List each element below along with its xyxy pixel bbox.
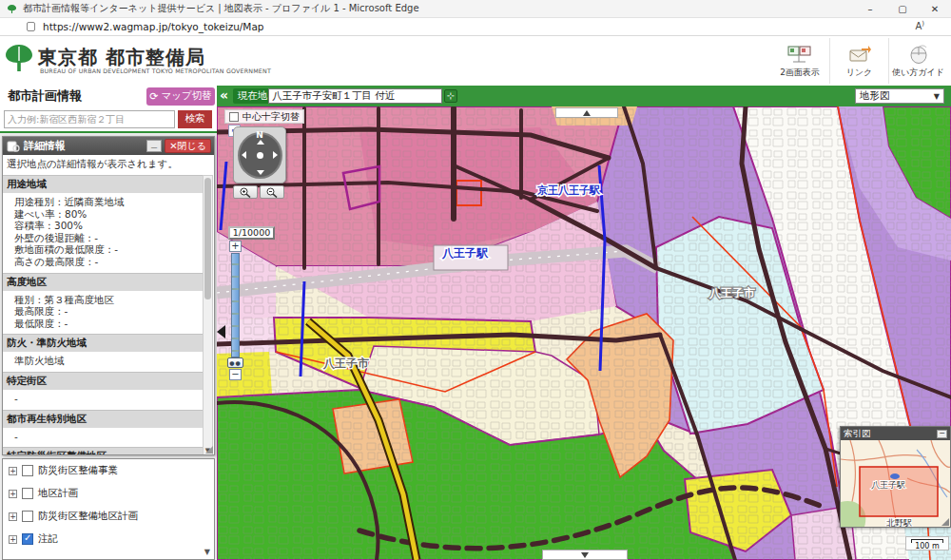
compass-north-label: N bbox=[234, 130, 285, 140]
dual-screen-button[interactable]: 2画面表示 bbox=[770, 38, 829, 84]
hachioji-city-label: 八王子市 bbox=[708, 286, 755, 299]
url-text[interactable]: https://www2.wagmap.jp/tokyo_tokeizu/Map bbox=[43, 21, 264, 32]
page-security-icon bbox=[27, 22, 35, 31]
minimize-panel-button[interactable]: ＿ bbox=[146, 140, 162, 152]
app-window: 都市計画情報等インターネット提供サービス | 地図表示 - プロファイル 1 -… bbox=[0, 0, 951, 560]
checkbox[interactable] bbox=[229, 112, 239, 122]
scroll-down-icon[interactable]: ▼ bbox=[204, 548, 210, 556]
detail-panel-body: 用途地域 用途種別：近隣商業地域 建ぺい率：80% 容積率：300% 外壁の後退… bbox=[3, 175, 214, 455]
mouse-guide-icon bbox=[908, 43, 929, 64]
collapse-bottom-bar[interactable] bbox=[542, 550, 628, 560]
window-minimize-button[interactable]: – bbox=[854, 0, 886, 18]
section-line: 最低限度：- bbox=[3, 318, 204, 330]
basemap-select[interactable]: 地形図▼ bbox=[855, 88, 944, 104]
browser-titlebar: 都市計画情報等インターネット提供サービス | 地図表示 - プロファイル 1 -… bbox=[0, 0, 951, 18]
index-map-header[interactable]: 索引図 − bbox=[841, 427, 950, 440]
checkbox[interactable] bbox=[22, 511, 33, 522]
link-label: リンク bbox=[846, 67, 873, 79]
pan-map-left-icon[interactable] bbox=[217, 325, 225, 338]
section-heading: 都市再生特別地区 bbox=[3, 410, 204, 428]
layer-tree-panel: + 防災街区整備事業 + 地区計画 + 防災街区整備地区計画 + 注記 ▼ bbox=[2, 458, 215, 560]
section-heading: 特定防災街区整備地区 bbox=[3, 447, 204, 455]
compass-control[interactable]: N bbox=[233, 126, 286, 183]
panel-resize-handle[interactable] bbox=[205, 446, 213, 454]
zoom-out-button[interactable]: − bbox=[229, 369, 242, 380]
window-close-button[interactable]: ✕ bbox=[919, 0, 951, 18]
section-line: 外壁の後退距離：- bbox=[3, 232, 204, 244]
section-line: - bbox=[3, 431, 204, 443]
section-line: 最高限度：- bbox=[3, 305, 204, 318]
zoom-in-button[interactable]: + bbox=[229, 241, 242, 252]
index-resize-handle[interactable] bbox=[941, 518, 949, 526]
section-line: 用途種別：近隣商業地域 bbox=[3, 196, 204, 208]
pan-left-icon[interactable] bbox=[242, 151, 246, 159]
center-cross-toggle[interactable]: 中心十字切替 bbox=[224, 109, 304, 124]
checkbox[interactable] bbox=[22, 465, 33, 476]
window-maximize-button[interactable]: ▢ bbox=[886, 0, 919, 18]
map-area[interactable]: 京王八王子駅 八王子駅 八王子市 八王子市 中心十字切替 ↖ N 1/ bbox=[217, 106, 951, 560]
document-icon bbox=[7, 141, 20, 152]
section-line: 容積率：300% bbox=[3, 220, 204, 232]
site-header: 東京都 都市整備局 BUREAU OF URBAN DEVELOPMENT TO… bbox=[0, 36, 951, 86]
index-extent-rect[interactable] bbox=[860, 467, 938, 516]
zoom-out-magnifier-button[interactable] bbox=[260, 185, 284, 199]
keio-hachioji-station-label: 京王八王子駅 bbox=[536, 184, 601, 197]
browser-urlbar[interactable]: https://www2.wagmap.jp/tokyo_tokeizu/Map bbox=[0, 18, 951, 36]
dual-screen-label: 2画面表示 bbox=[780, 67, 820, 79]
map-switch-button[interactable]: ⟳マップ切替 bbox=[146, 87, 215, 106]
index-station-label: 八王子駅 bbox=[871, 480, 905, 490]
tab-favicon-leaf-icon bbox=[7, 4, 17, 14]
section-heading: 防火・準防火地域 bbox=[3, 334, 204, 352]
detail-panel-title: 詳細情報 bbox=[24, 139, 146, 153]
center-target-icon[interactable]: ⊹ bbox=[444, 89, 457, 103]
tokyo-gov-logo-icon bbox=[5, 43, 33, 73]
pan-down-icon[interactable] bbox=[257, 170, 264, 175]
tree-item-bousai-chiku-keikaku[interactable]: + 防災街区整備地区計画 bbox=[3, 505, 214, 528]
detail-scrollbar[interactable]: ▼ bbox=[203, 175, 213, 455]
checkbox[interactable] bbox=[22, 488, 33, 499]
section-line: 高さの最高限度：- bbox=[3, 256, 204, 268]
section-line: 準防火地域 bbox=[3, 355, 204, 367]
compass-center-dot[interactable] bbox=[257, 152, 263, 159]
search-button[interactable]: 検索 bbox=[178, 110, 212, 128]
pan-up-icon[interactable] bbox=[257, 140, 264, 145]
link-button[interactable]: リンク bbox=[829, 38, 888, 84]
current-location-input[interactable] bbox=[268, 88, 442, 104]
usage-guide-button[interactable]: 使い方ガイド bbox=[888, 38, 947, 84]
checkbox[interactable] bbox=[22, 533, 33, 545]
current-location-label: 現在地 bbox=[233, 88, 273, 104]
site-title: 東京都 都市整備局 bbox=[38, 45, 205, 70]
expand-icon[interactable]: + bbox=[9, 490, 17, 498]
map-scalebar: 100 m bbox=[905, 536, 949, 550]
expand-icon[interactable]: + bbox=[9, 467, 17, 475]
zoom-slider-handle[interactable]: ●● bbox=[227, 357, 243, 368]
zoom-in-magnifier-button[interactable] bbox=[233, 185, 258, 199]
tree-item-bousai-jigyou[interactable]: + 防災街区整備事業 bbox=[3, 459, 214, 482]
read-aloud-icon[interactable]: A) bbox=[915, 20, 924, 31]
usage-guide-label: 使い方ガイド bbox=[892, 67, 944, 79]
hachioji-station-label: 八王子駅 bbox=[441, 246, 489, 260]
section-line: 建ぺい率：80% bbox=[3, 208, 204, 221]
zoom-slider-track[interactable] bbox=[231, 253, 240, 357]
address-search-row: 検索 bbox=[0, 106, 217, 133]
section-line: 敷地面積の最低限度：- bbox=[3, 243, 204, 256]
address-search-input[interactable] bbox=[4, 110, 175, 128]
tree-item-chuki[interactable]: + 注記 bbox=[3, 528, 214, 550]
expand-icon[interactable]: + bbox=[9, 535, 17, 544]
index-map-title: 索引図 bbox=[844, 428, 937, 440]
chevron-down-icon: ▼ bbox=[934, 92, 940, 101]
index-map-panel[interactable]: 索引図 − 八王子駅 北野駅 bbox=[840, 426, 951, 528]
index-mini-map[interactable]: 八王子駅 北野駅 bbox=[841, 440, 950, 527]
hachioji-city-label-left: 八王子市 bbox=[322, 357, 369, 370]
detail-panel-header[interactable]: 詳細情報 ＿ ✕閉じる bbox=[3, 137, 214, 155]
app-title: 都市計画情報 bbox=[8, 87, 146, 105]
panel-collapse-arrow[interactable]: « bbox=[220, 87, 228, 103]
scrollbar-thumb[interactable] bbox=[204, 178, 211, 299]
index-minimize-button[interactable]: − bbox=[937, 430, 947, 438]
tree-item-chiku-keikaku[interactable]: + 地区計画 bbox=[3, 482, 214, 505]
left-sidebar: 検索 詳細情報 ＿ ✕閉じる 選択地点の詳細情報が表示されます。 用途地域 用途… bbox=[0, 106, 217, 560]
close-panel-button[interactable]: ✕閉じる bbox=[165, 139, 211, 153]
expand-icon[interactable]: + bbox=[9, 512, 17, 521]
collapse-top-bar[interactable] bbox=[555, 107, 618, 118]
pan-right-icon[interactable] bbox=[273, 151, 278, 159]
